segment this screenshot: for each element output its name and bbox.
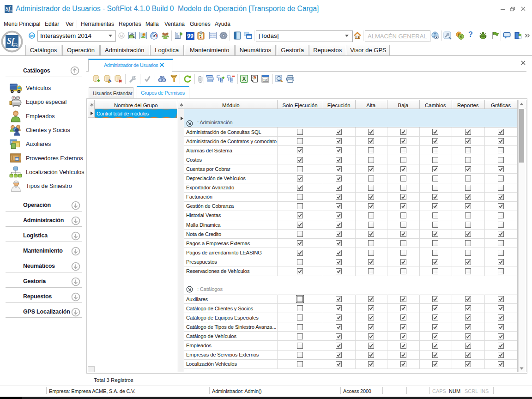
svg-text:Sf: Sf xyxy=(6,6,11,12)
svg-text:M: M xyxy=(30,34,34,38)
svg-text:TxT: TxT xyxy=(263,79,268,81)
svg-text:$: $ xyxy=(460,35,462,39)
svg-text:X: X xyxy=(242,76,246,82)
svg-text:Sf: Sf xyxy=(7,36,15,46)
svg-text:M: M xyxy=(120,34,123,38)
